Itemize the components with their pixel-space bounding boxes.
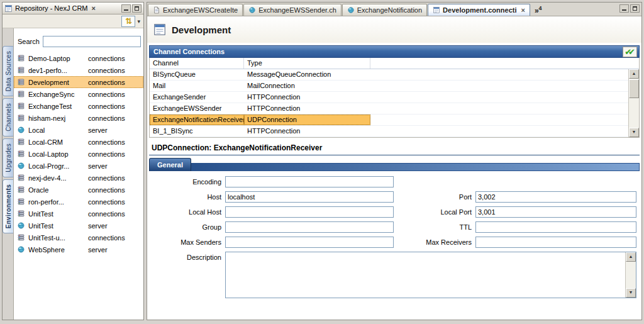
editor-body: Development Channel Connections ✔✔ Chann… bbox=[147, 16, 641, 320]
table-row[interactable]: BISyncQueueMessageQueueConnection bbox=[150, 69, 639, 81]
encoding-input[interactable] bbox=[225, 176, 394, 187]
maximize-view-button[interactable] bbox=[132, 4, 142, 13]
ttl-label: TTL bbox=[394, 223, 475, 231]
scroll-up-icon[interactable]: ▲ bbox=[626, 252, 636, 262]
maximize-editor-button[interactable] bbox=[630, 4, 640, 13]
table-row[interactable]: ExchangeSenderHTTPConnection bbox=[150, 92, 639, 103]
max-receivers-input[interactable] bbox=[475, 237, 636, 248]
description-textarea[interactable]: ▲ ▼ bbox=[225, 252, 636, 298]
list-item[interactable]: Local-CRMconnections bbox=[14, 136, 143, 148]
tab-exchangeewscreateite[interactable]: ExchangeEWSCreateIte bbox=[148, 4, 243, 16]
category-tab-strip: Data Sources Channels Upgrades Environme… bbox=[3, 28, 14, 320]
cell-type: HTTPConnection bbox=[244, 126, 370, 137]
channel-connections-title: Channel Connections bbox=[153, 48, 225, 55]
channel-icon bbox=[248, 6, 256, 14]
table-row[interactable]: MailMailConnection bbox=[150, 81, 639, 92]
ttl-input[interactable] bbox=[475, 221, 636, 233]
channel-connections-header: Channel Connections ✔✔ bbox=[149, 45, 640, 58]
item-name: ron-perfor... bbox=[28, 198, 85, 206]
local-host-label: Local Host bbox=[148, 208, 225, 216]
tab-exchangeewssender[interactable]: ExchangeEWSSender.ch bbox=[243, 4, 341, 16]
page-icon bbox=[153, 6, 160, 14]
list-item[interactable]: UnitTest-u...connections bbox=[14, 232, 143, 243]
list-item[interactable]: UnitTestserver bbox=[14, 220, 143, 232]
table-scrollbar[interactable]: ▲ ▼ bbox=[628, 69, 639, 137]
tab-label: ExchangeEWSCreateIte bbox=[163, 6, 238, 14]
search-input[interactable] bbox=[43, 36, 141, 47]
tab-upgrades[interactable]: Upgrades bbox=[3, 138, 13, 177]
port-label: Port bbox=[394, 193, 475, 201]
column-header-channel[interactable]: Channel bbox=[150, 58, 244, 69]
item-type: server bbox=[88, 126, 108, 134]
item-name: Demo-Laptop bbox=[28, 55, 85, 62]
scrollbar-thumb[interactable] bbox=[629, 79, 639, 98]
list-item[interactable]: dev1-perfo...connections bbox=[14, 64, 143, 76]
cell-channel: ExchangeEWSSender bbox=[150, 103, 244, 114]
item-type: connections bbox=[88, 210, 125, 218]
tab-data-sources[interactable]: Data Sources bbox=[3, 46, 13, 96]
close-tab-icon[interactable]: × bbox=[521, 6, 525, 14]
table-row[interactable]: ExchangeEWSSenderHTTPConnection bbox=[150, 103, 639, 115]
sync-icon[interactable]: ⇅ bbox=[121, 16, 135, 27]
tab-general[interactable]: General bbox=[149, 158, 191, 171]
description-scrollbar[interactable]: ▲ ▼ bbox=[625, 252, 636, 298]
detail-tab-folder: General bbox=[149, 158, 640, 171]
list-item[interactable]: ExchangeTestconnections bbox=[14, 100, 143, 112]
tab-channels[interactable]: Channels bbox=[3, 98, 13, 137]
tab-exchangenotification[interactable]: ExchangeNotification bbox=[342, 4, 427, 16]
table-row[interactable]: BI_1_BISyncHTTPConnection bbox=[150, 126, 639, 137]
item-type: connections bbox=[88, 138, 125, 146]
list-item[interactable]: Oracleconnections bbox=[14, 184, 143, 196]
item-name: dev1-perfo... bbox=[28, 67, 85, 74]
cell-channel: Mail bbox=[150, 81, 244, 91]
cell-empty bbox=[370, 81, 639, 91]
host-label: Host bbox=[148, 193, 225, 201]
local-port-input[interactable] bbox=[475, 206, 636, 218]
local-host-input[interactable] bbox=[225, 206, 394, 218]
server-icon bbox=[17, 245, 25, 254]
cell-type: UDPConnection bbox=[244, 115, 370, 125]
scroll-up-icon[interactable]: ▲ bbox=[629, 69, 639, 79]
list-item[interactable]: nexj-dev-4...connections bbox=[14, 172, 143, 184]
list-item[interactable]: Local-Laptopconnections bbox=[14, 148, 143, 160]
list-item-selected[interactable]: Developmentconnections bbox=[14, 76, 143, 88]
item-type: connections bbox=[88, 67, 125, 74]
minimize-editor-button[interactable] bbox=[619, 4, 629, 13]
column-header-type[interactable]: Type bbox=[244, 58, 370, 69]
group-input[interactable] bbox=[225, 221, 394, 233]
list-item[interactable]: Localserver bbox=[14, 124, 143, 136]
table-row-selected[interactable]: ExchangeNotificationReceiverUDPConnectio… bbox=[150, 115, 639, 126]
cell-type: MessageQueueConnection bbox=[244, 69, 370, 80]
max-senders-input[interactable] bbox=[225, 237, 394, 248]
host-input[interactable] bbox=[225, 191, 394, 203]
list-item[interactable]: Local-Progr...server bbox=[14, 160, 143, 172]
port-input[interactable] bbox=[475, 191, 636, 203]
max-receivers-label: Max Receivers bbox=[394, 238, 475, 246]
connections-icon bbox=[17, 150, 25, 158]
item-type: connections bbox=[88, 103, 125, 110]
list-item[interactable]: ExchangeSyncconnections bbox=[14, 88, 143, 100]
list-item[interactable]: hisham-nexjconnections bbox=[14, 112, 143, 124]
scroll-down-icon[interactable]: ▼ bbox=[629, 128, 639, 137]
list-item[interactable]: Demo-Laptopconnections bbox=[14, 52, 143, 64]
server-icon bbox=[17, 126, 25, 134]
search-label: Search bbox=[18, 38, 40, 45]
item-name: UnitTest bbox=[28, 210, 85, 218]
description-label: Description bbox=[148, 252, 225, 261]
server-icon bbox=[17, 162, 25, 170]
item-name: WebSphere bbox=[28, 246, 85, 254]
view-menu-chevron-down-icon[interactable]: ▾ bbox=[137, 18, 140, 25]
list-item[interactable]: ron-perfor...connections bbox=[14, 196, 143, 208]
tab-development-connections[interactable]: Development.connecti × bbox=[428, 4, 530, 16]
repository-close-icon[interactable]: × bbox=[92, 4, 96, 12]
scroll-down-icon[interactable]: ▼ bbox=[626, 288, 636, 298]
list-item[interactable]: WebSphereserver bbox=[14, 243, 143, 255]
tab-overflow-chevron[interactable]: »4 bbox=[535, 5, 542, 15]
tab-environments-label: Environments bbox=[5, 184, 12, 228]
minimize-view-button[interactable] bbox=[121, 4, 131, 13]
list-item[interactable]: UnitTestconnections bbox=[14, 208, 143, 220]
channel-icon bbox=[347, 6, 355, 14]
item-type: connections bbox=[88, 91, 125, 98]
connections-icon bbox=[17, 174, 25, 182]
tab-environments[interactable]: Environments bbox=[3, 179, 13, 233]
